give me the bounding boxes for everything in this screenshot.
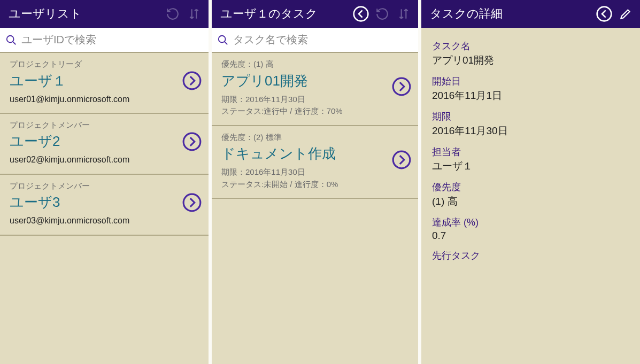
user-role: プロジェクトリーダ xyxy=(10,58,178,71)
task-priority: 優先度：(1) 高 xyxy=(221,58,387,71)
user-role: プロジェクトメンバー xyxy=(10,180,178,192)
user-row[interactable]: プロジェクトリーダ ユーザ１ user01@kimju.onmicrosoft.… xyxy=(0,52,209,114)
back-icon[interactable] xyxy=(352,5,370,23)
tasks-search[interactable] xyxy=(212,28,418,52)
field-value: (1) 高 xyxy=(432,195,629,208)
svg-point-5 xyxy=(219,35,226,42)
field-label: 開始日 xyxy=(432,75,629,88)
user-name: ユーザ2 xyxy=(10,132,178,151)
detail-header: タスクの詳細 xyxy=(421,0,640,28)
tasks-header: ユーザ１のタスク xyxy=(212,0,418,28)
svg-point-0 xyxy=(7,35,14,42)
field-label: 期限 xyxy=(432,110,629,123)
search-icon xyxy=(5,34,17,46)
user-name: ユーザ１ xyxy=(10,72,178,90)
user-role: プロジェクトメンバー xyxy=(10,119,178,131)
task-row[interactable]: 優先度：(2) 標準 ドキュメント作成 期限：2016年11月30日 ステータス… xyxy=(212,126,418,199)
task-due: 期限：2016年11月30日 xyxy=(221,166,387,179)
field-value: 2016年11月30日 xyxy=(432,124,629,138)
task-row[interactable]: 優先度：(1) 高 アプリ01開発 期限：2016年11月30日 ステータス:進… xyxy=(212,52,418,126)
svg-point-7 xyxy=(393,151,410,168)
task-name: ドキュメント作成 xyxy=(221,144,387,163)
users-search[interactable] xyxy=(0,28,209,52)
users-header: ユーザリスト xyxy=(0,0,209,28)
chevron-right-icon[interactable] xyxy=(182,131,202,154)
users-pane: ユーザリスト プロジェクトリーダ ユーザ１ user01@kimju.onmic… xyxy=(0,0,209,364)
sort-icon[interactable] xyxy=(185,5,203,23)
user-email: user02@kimju.onmicrosoft.com xyxy=(10,154,178,166)
users-title: ユーザリスト xyxy=(9,6,160,22)
user-name: ユーザ3 xyxy=(10,193,178,212)
svg-point-3 xyxy=(183,194,201,211)
svg-point-4 xyxy=(354,7,368,21)
chevron-right-icon[interactable] xyxy=(182,71,202,93)
field-value: 0.7 xyxy=(432,230,629,242)
svg-point-8 xyxy=(597,7,612,21)
task-due: 期限：2016年11月30日 xyxy=(221,94,387,106)
back-icon[interactable] xyxy=(595,5,613,23)
search-icon xyxy=(217,34,229,46)
field-label: 先行タスク xyxy=(432,249,629,262)
field-label: タスク名 xyxy=(432,40,629,52)
field-value: 2016年11月1日 xyxy=(432,89,629,103)
task-status: ステータス:進行中 / 進行度：70% xyxy=(221,105,387,118)
svg-point-1 xyxy=(183,72,201,89)
field-value: アプリ01開発 xyxy=(432,53,629,67)
chevron-right-icon[interactable] xyxy=(391,76,412,99)
task-status: ステータス:未開始 / 進行度：0% xyxy=(221,179,387,191)
sort-icon[interactable] xyxy=(395,5,413,23)
chevron-right-icon[interactable] xyxy=(182,192,202,215)
refresh-icon[interactable] xyxy=(164,5,182,23)
field-label: 優先度 xyxy=(432,181,629,193)
detail-title: タスクの詳細 xyxy=(430,6,592,22)
chevron-right-icon[interactable] xyxy=(391,150,412,172)
tasks-list: 優先度：(1) 高 アプリ01開発 期限：2016年11月30日 ステータス:進… xyxy=(212,52,418,364)
field-value: ユーザ１ xyxy=(432,159,629,173)
task-name: アプリ01開発 xyxy=(221,72,387,90)
tasks-title: ユーザ１のタスク xyxy=(220,6,349,22)
user-email: user03@kimju.onmicrosoft.com xyxy=(10,215,178,227)
refresh-icon[interactable] xyxy=(373,5,391,23)
user-row[interactable]: プロジェクトメンバー ユーザ3 user03@kimju.onmicrosoft… xyxy=(0,175,209,236)
tasks-search-input[interactable] xyxy=(233,34,413,46)
user-email: user01@kimju.onmicrosoft.com xyxy=(10,94,178,105)
detail-pane: タスクの詳細 タスク名 アプリ01開発 開始日 2016年11月1日 期限 20… xyxy=(421,0,640,364)
task-priority: 優先度：(2) 標準 xyxy=(221,131,387,144)
detail-body: タスク名 アプリ01開発 開始日 2016年11月1日 期限 2016年11月3… xyxy=(421,28,640,272)
svg-point-6 xyxy=(393,78,410,95)
users-search-input[interactable] xyxy=(21,34,203,46)
field-label: 担当者 xyxy=(432,145,629,158)
edit-icon[interactable] xyxy=(616,5,635,23)
users-list: プロジェクトリーダ ユーザ１ user01@kimju.onmicrosoft.… xyxy=(0,52,209,364)
svg-point-2 xyxy=(183,133,201,150)
tasks-pane: ユーザ１のタスク 優先度：(1) 高 アプリ01開発 期限：2016年11月30… xyxy=(212,0,418,364)
user-row[interactable]: プロジェクトメンバー ユーザ2 user02@kimju.onmicrosoft… xyxy=(0,114,209,175)
field-label: 達成率 (%) xyxy=(432,216,629,229)
